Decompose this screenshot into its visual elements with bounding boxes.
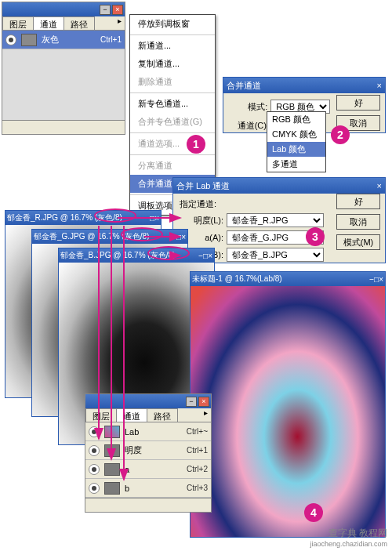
close-button[interactable]: × <box>208 252 212 260</box>
panel-empty <box>2 49 125 120</box>
menu-item: 分离通道 <box>130 157 215 175</box>
close-button[interactable]: × <box>181 233 186 241</box>
menu-item[interactable]: 复制通道... <box>130 55 215 73</box>
channel-thumb <box>104 426 120 438</box>
menu-item[interactable]: 停放到调板窗 <box>130 15 215 33</box>
highlight-ring <box>121 227 163 241</box>
tab-channels[interactable]: 通道 <box>116 408 147 422</box>
mode-dropdown: RGB 颜色CMYK 颜色Lab 颜色多通道 <box>267 111 326 172</box>
channels-panel-top: − × 图层 通道 路径 ▸ 灰色 Ctrl+1 <box>2 2 125 135</box>
watermark: 查字典 教程网 jiaocheng.chazidian.com <box>310 527 387 548</box>
panel-tabs: 图层 通道 路径 ▸ <box>85 408 211 422</box>
channel-thumb <box>21 34 37 46</box>
field-label: 明度(L): <box>180 215 223 227</box>
step-badge-1: 1 <box>187 135 205 154</box>
menu-item: 合并专色通道(G) <box>130 113 215 131</box>
panel-tabs: 图层 通道 路径 ▸ <box>2 16 125 31</box>
menu-item[interactable]: 新专色通道... <box>130 95 215 113</box>
tab-layers[interactable]: 图层 <box>2 16 34 30</box>
panel-menu-icon[interactable]: ▸ <box>201 408 211 422</box>
panel-footer <box>2 120 125 134</box>
panel-footer <box>85 498 211 512</box>
panel-titlebar: − × <box>2 2 125 16</box>
channel-thumb <box>104 463 120 476</box>
step-badge-3: 3 <box>306 227 325 246</box>
channel-name: b <box>125 484 129 493</box>
dropdown-option[interactable]: CMYK 颜色 <box>267 127 325 142</box>
close-button[interactable]: × <box>112 5 123 15</box>
highlight-ring <box>94 208 136 223</box>
dropdown-option[interactable]: 多通道 <box>267 157 325 172</box>
menu-item: 删除通道 <box>130 73 215 91</box>
channel-row[interactable]: aCtrl+2 <box>85 460 211 479</box>
channel-name: a <box>125 465 129 474</box>
close-icon[interactable]: × <box>377 181 382 190</box>
close-icon[interactable]: × <box>377 81 382 90</box>
minimize-button[interactable]: − <box>100 5 111 15</box>
channel-shortcut: Ctrl+2 <box>187 465 208 473</box>
dialog-title: 合并 Lab 通道 × <box>173 178 385 194</box>
channel-name: Lab <box>125 427 139 437</box>
dialog-title-text: 合并通道 <box>227 80 261 92</box>
channel-name: 明度 <box>125 444 142 456</box>
panel-menu-icon[interactable]: ▸ <box>114 16 125 30</box>
step-badge-2: 2 <box>331 125 350 144</box>
channel-shortcut: Ctrl+~ <box>187 427 208 436</box>
tab-channels[interactable]: 通道 <box>33 16 64 30</box>
mode-label: 模式: <box>230 101 267 113</box>
channels-label: 通道(C): <box>230 120 269 132</box>
channel-name: 灰色 <box>42 34 59 45</box>
channel-select[interactable]: 郁金香_R.JPG <box>227 213 324 227</box>
channel-shortcut: Ctrl+1 <box>187 446 208 455</box>
channel-thumb <box>104 482 120 495</box>
channel-row-gray[interactable]: 灰色 Ctrl+1 <box>2 31 125 49</box>
channel-row[interactable]: LabCtrl+~ <box>85 422 211 441</box>
visibility-icon[interactable] <box>89 445 100 456</box>
group-label: 指定通道: <box>180 198 328 210</box>
dropdown-option[interactable]: RGB 颜色 <box>267 112 325 127</box>
menu-item[interactable]: 新通道... <box>130 37 215 55</box>
mode-button[interactable]: 模式(M) <box>336 234 380 250</box>
ok-button[interactable]: 好 <box>336 194 380 209</box>
channel-select[interactable]: 郁金香_B.JPG <box>227 248 324 262</box>
dialog-title-text: 合并 Lab 通道 <box>176 180 230 192</box>
image-window-result[interactable]: 未标题-1 @ 16.7%(Lab/8) −□× <box>190 271 386 538</box>
channel-thumb <box>104 444 120 457</box>
minimize-button[interactable]: − <box>186 397 197 407</box>
panel-titlebar: − × <box>85 394 211 408</box>
close-button[interactable]: × <box>154 214 159 223</box>
dropdown-option[interactable]: Lab 颜色 <box>267 142 325 157</box>
tab-paths[interactable]: 路径 <box>64 16 95 30</box>
cancel-button[interactable]: 取消 <box>336 214 380 230</box>
visibility-icon[interactable] <box>89 464 100 475</box>
tab-paths[interactable]: 路径 <box>147 408 178 422</box>
window-title: 未标题-1 @ 16.7%(Lab/8) <box>192 274 369 285</box>
visibility-icon[interactable] <box>89 483 100 494</box>
highlight-ring <box>147 246 190 260</box>
channel-shortcut: Ctrl+3 <box>187 484 208 492</box>
channels-panel-bottom: − × 图层 通道 路径 ▸ LabCtrl+~明度Ctrl+1aCtrl+2b… <box>85 393 212 513</box>
channel-shortcut: Ctrl+1 <box>100 35 122 44</box>
tab-layers[interactable]: 图层 <box>85 408 117 422</box>
step-badge-4: 4 <box>304 503 323 522</box>
visibility-icon[interactable] <box>89 426 100 437</box>
dialog-title: 合并通道 × <box>223 78 385 93</box>
channel-row[interactable]: 明度Ctrl+1 <box>85 441 211 460</box>
close-button[interactable]: × <box>379 275 383 284</box>
ok-button[interactable]: 好 <box>336 95 380 111</box>
visibility-icon[interactable] <box>5 34 16 45</box>
channel-row[interactable]: bCtrl+3 <box>85 479 211 498</box>
close-button[interactable]: × <box>198 397 209 407</box>
